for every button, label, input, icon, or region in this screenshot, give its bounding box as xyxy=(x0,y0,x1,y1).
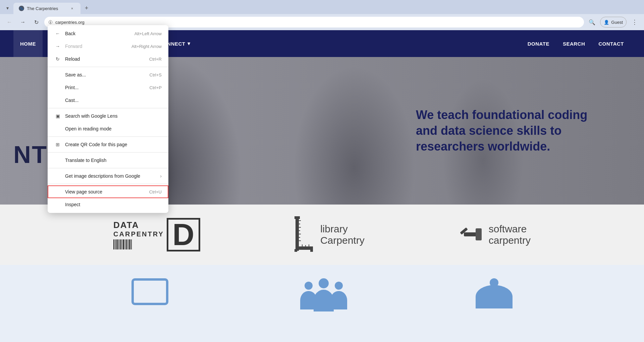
lc-text-block: library Carpentry xyxy=(320,223,365,246)
tab-favicon: 🐾 xyxy=(19,6,24,11)
url-text: carpentries.org xyxy=(55,20,580,25)
ctx-divider-1 xyxy=(48,67,168,67)
ctx-print[interactable]: Print... Ctrl+P xyxy=(48,81,168,94)
lc-icon-svg xyxy=(293,216,316,254)
forward-button[interactable]: → xyxy=(17,17,28,27)
ctx-lens-label: Search with Google Lens xyxy=(65,113,162,119)
ctx-save-icon xyxy=(54,71,61,78)
ctx-cast-label: Cast... xyxy=(65,98,158,103)
workshops-icon xyxy=(131,278,172,312)
svg-rect-3 xyxy=(294,249,297,252)
bottom-item-workshops xyxy=(131,278,172,312)
ctx-image-desc-arrow: › xyxy=(160,173,162,179)
ctx-divider-3 xyxy=(48,136,168,137)
sc-text-block: software carpentry xyxy=(489,223,531,246)
bottom-item-community xyxy=(476,278,513,308)
nav-contact[interactable]: CONTACT xyxy=(592,30,631,57)
nav-donate[interactable]: DONATE xyxy=(521,30,556,57)
ctx-qr-label: Create QR Code for this page xyxy=(65,142,162,147)
ctx-view-source-label: View page source xyxy=(65,189,145,194)
ctx-reload-label: Reload xyxy=(65,56,145,62)
sc-line2: carpentry xyxy=(489,235,531,246)
ctx-reading-icon xyxy=(54,125,61,132)
active-tab[interactable]: 🐾 The Carpentries × xyxy=(13,3,80,14)
nav-search[interactable]: SEARCH xyxy=(556,30,592,57)
ctx-inspect-icon xyxy=(54,201,61,208)
ctx-print-icon xyxy=(54,84,61,91)
dc-barcode xyxy=(113,239,132,249)
ctx-cast[interactable]: Cast... xyxy=(48,94,168,107)
close-tab-button[interactable]: × xyxy=(69,5,75,11)
qr-code-icon: ⊞ xyxy=(54,141,61,148)
ctx-forward-label: Forward xyxy=(65,44,127,49)
ctx-translate-label: Translate to English xyxy=(65,158,162,163)
svg-rect-2 xyxy=(294,216,300,219)
ctx-divider-2 xyxy=(48,108,168,108)
profile-button[interactable]: 👤 Guest xyxy=(600,17,627,27)
library-carpentry-logo[interactable]: library Carpentry xyxy=(293,216,365,254)
profile-label: Guest xyxy=(611,20,623,25)
ctx-save-label: Save as... xyxy=(65,72,146,77)
ctx-image-desc-label: Get image descriptions from Google xyxy=(65,173,156,179)
sc-icon-svg xyxy=(457,222,484,247)
new-tab-button[interactable]: + xyxy=(82,3,91,13)
ctx-inspect[interactable]: Inspect xyxy=(48,198,168,211)
ctx-qr-code[interactable]: ⊞ Create QR Code for this page xyxy=(48,138,168,151)
ctx-print-label: Print... xyxy=(65,85,146,90)
svg-rect-4 xyxy=(310,249,313,252)
lc-line1: library xyxy=(320,223,365,235)
nav-home[interactable]: HOME xyxy=(13,30,43,57)
forward-icon: → xyxy=(54,43,61,50)
ctx-view-source[interactable]: View page source Ctrl+U xyxy=(48,185,168,198)
browser-search-button[interactable]: 🔍 xyxy=(587,17,597,27)
ctx-divider-4 xyxy=(48,152,168,153)
profile-icon: 👤 xyxy=(604,20,609,25)
ctx-back[interactable]: ← Back Alt+Left Arrow xyxy=(48,27,168,40)
reload-button[interactable]: ↻ xyxy=(31,17,42,27)
bottom-section xyxy=(0,265,644,342)
community-icon xyxy=(476,278,513,308)
ctx-back-shortcut: Alt+Left Arrow xyxy=(135,31,162,36)
ctx-google-lens[interactable]: ▣ Search with Google Lens xyxy=(48,110,168,122)
ctx-forward[interactable]: → Forward Alt+Right Arrow xyxy=(48,40,168,53)
instructors-icon xyxy=(300,278,347,311)
ctx-print-shortcut: Ctrl+P xyxy=(150,85,162,90)
hero-headline-block: We teach foundational coding and data sc… xyxy=(416,107,604,154)
back-button[interactable]: ← xyxy=(4,17,15,27)
sc-line1: software xyxy=(489,223,531,235)
back-icon: ← xyxy=(54,30,61,37)
ctx-reload-shortcut: Ctrl+R xyxy=(149,57,162,62)
google-lens-icon: ▣ xyxy=(54,113,61,119)
ctx-reload[interactable]: ↻ Reload Ctrl+R xyxy=(48,53,168,65)
ctx-translate[interactable]: Translate to English xyxy=(48,154,168,167)
ctx-image-desc-icon xyxy=(54,173,61,179)
ctx-image-desc[interactable]: Get image descriptions from Google › xyxy=(48,170,168,182)
nav-connect-chevron: ▾ xyxy=(187,41,191,47)
svg-rect-16 xyxy=(476,228,482,240)
svg-rect-0 xyxy=(296,217,299,251)
nav-right: DONATE SEARCH CONTACT xyxy=(521,30,631,57)
ctx-translate-icon xyxy=(54,157,61,164)
ctx-view-source-icon xyxy=(54,188,61,195)
ctx-reading-label: Open in reading mode xyxy=(65,126,162,131)
lc-line2: Carpentry xyxy=(320,235,365,246)
dc-letter-d: D xyxy=(167,218,200,251)
browser-menu-button[interactable]: ⋮ xyxy=(629,17,640,27)
data-carpentry-logo[interactable]: DATA CARPENTRY xyxy=(113,218,200,251)
context-menu: ← Back Alt+Left Arrow → Forward Alt+Righ… xyxy=(48,25,168,213)
ctx-inspect-label: Inspect xyxy=(65,202,162,207)
security-icon: 🛈 xyxy=(48,20,53,25)
dc-logo-line1: DATA xyxy=(113,220,139,230)
ctx-save-shortcut: Ctrl+S xyxy=(150,72,162,77)
tab-history-button[interactable]: ▾ xyxy=(3,3,12,13)
ctx-forward-shortcut: Alt+Right Arrow xyxy=(131,44,162,49)
reload-icon: ↻ xyxy=(54,56,61,62)
ctx-divider-5 xyxy=(48,168,168,168)
tab-bar: ▾ 🐾 The Carpentries × + xyxy=(0,0,644,14)
ctx-divider-6 xyxy=(48,184,168,184)
software-carpentry-logo[interactable]: software carpentry xyxy=(457,222,531,247)
bottom-item-instructors xyxy=(300,278,347,311)
logos-section: DATA CARPENTRY xyxy=(0,205,644,265)
ctx-save[interactable]: Save as... Ctrl+S xyxy=(48,68,168,81)
ctx-reading-mode[interactable]: Open in reading mode xyxy=(48,122,168,135)
